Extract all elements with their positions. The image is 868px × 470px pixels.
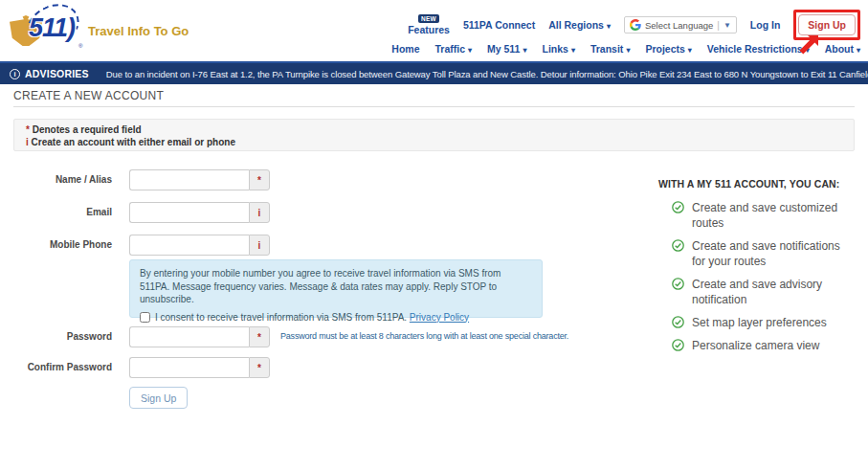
nav-about[interactable]: About▾ <box>825 43 860 55</box>
nav-my511[interactable]: My 511▾ <box>487 43 526 55</box>
chevron-down-icon: ▾ <box>688 46 692 55</box>
translate-dropdown-icon: ▼ <box>723 21 731 30</box>
confirm-password-field-group: * <box>129 357 270 378</box>
info-addon-icon: i <box>249 202 270 223</box>
site-tagline: Travel Info To Go <box>88 24 189 38</box>
check-circle-icon <box>672 339 684 351</box>
info-circle-icon: i <box>10 69 20 79</box>
consent-label: I consent to receive travel information … <box>155 311 469 325</box>
annotation-cursor-arrow-icon <box>794 34 820 60</box>
password-hint: Password must be at least 8 characters l… <box>280 331 568 341</box>
password-field-group: * <box>129 326 270 347</box>
nav-features[interactable]: NEW Features <box>408 14 450 35</box>
email-input[interactable] <box>129 202 249 223</box>
password-input[interactable] <box>129 326 249 347</box>
logo-text: 511) <box>29 13 75 43</box>
name-alias-input[interactable] <box>129 169 249 190</box>
form-notes-box: * Denotes a required field i Create an a… <box>13 119 855 151</box>
mobile-phone-input[interactable] <box>129 235 249 256</box>
email-field-group: i <box>129 202 270 223</box>
advisory-message: Due to an incident on I-76 East at 1.2, … <box>106 69 868 79</box>
check-circle-icon <box>672 239 684 252</box>
nav-features-label: Features <box>408 24 450 35</box>
list-item: Personalize camera view <box>672 338 857 353</box>
divider <box>13 106 855 107</box>
chevron-down-icon: ▾ <box>607 22 611 31</box>
site-header: 511) ® Travel Info To Go NEW Features 51… <box>0 0 868 59</box>
info-addon-icon: i <box>249 235 270 256</box>
privacy-policy-link[interactable]: Privacy Policy <box>410 312 469 323</box>
advisories-banner: i ADVISORIES Due to an incident on I-76 … <box>0 61 868 84</box>
email-label: Email <box>0 207 112 217</box>
list-item: Create and save customized routes <box>672 200 857 231</box>
divider: | <box>717 20 720 31</box>
password-label: Password <box>0 331 112 342</box>
google-translate-widget[interactable]: Select Language | ▼ <box>624 16 737 34</box>
required-addon-icon: * <box>249 169 270 190</box>
chevron-down-icon: ▾ <box>523 46 526 55</box>
required-addon-icon: * <box>249 326 270 347</box>
form-signup-button[interactable]: Sign Up <box>129 387 188 409</box>
translate-label: Select Language <box>645 20 713 31</box>
mobile-phone-field-group: i <box>129 235 270 256</box>
nav-transit[interactable]: Transit▾ <box>590 43 630 55</box>
page-title: CREATE A NEW ACCOUNT <box>13 89 164 102</box>
sms-notice-text: By entering your mobile number you agree… <box>140 267 532 306</box>
nav-projects[interactable]: Projects▾ <box>645 43 691 55</box>
name-alias-label: Name / Alias <box>0 174 112 185</box>
main-nav: Home Traffic▾ My 511▾ Links▾ Transit▾ Pr… <box>391 43 860 55</box>
list-item: Create and save notifications for your r… <box>672 238 857 269</box>
nav-home[interactable]: Home <box>391 43 419 55</box>
login-link[interactable]: Log In <box>750 19 781 31</box>
confirm-password-input[interactable] <box>129 357 249 378</box>
consent-row: I consent to receive travel information … <box>140 311 532 325</box>
advisories-label: ADVISORIES <box>25 68 89 79</box>
nav-links[interactable]: Links▾ <box>542 43 574 55</box>
region-selector[interactable]: All Regions▾ <box>548 19 611 31</box>
registered-mark: ® <box>78 43 82 49</box>
check-circle-icon <box>672 316 684 328</box>
google-g-icon <box>630 19 641 31</box>
benefits-list: Create and save customized routes Create… <box>658 200 857 353</box>
check-circle-icon <box>672 201 684 213</box>
chevron-down-icon: ▾ <box>571 46 575 55</box>
chevron-down-icon: ▾ <box>468 46 472 55</box>
signup-button[interactable]: Sign Up <box>798 14 856 35</box>
new-badge: NEW <box>418 14 439 23</box>
chevron-down-icon: ▾ <box>626 46 630 55</box>
account-benefits-panel: WITH A MY 511 ACCOUNT, YOU CAN: Create a… <box>658 178 857 361</box>
confirm-password-label: Confirm Password <box>0 362 112 372</box>
benefits-heading: WITH A MY 511 ACCOUNT, YOU CAN: <box>658 178 857 190</box>
sms-consent-checkbox[interactable] <box>140 312 150 323</box>
utility-nav: NEW Features 511PA Connect All Regions▾ … <box>408 10 860 40</box>
nav-511pa-connect[interactable]: 511PA Connect <box>463 19 535 31</box>
check-circle-icon <box>672 278 684 290</box>
chevron-down-icon: ▾ <box>857 46 860 55</box>
nav-traffic[interactable]: Traffic▾ <box>434 43 472 55</box>
mobile-phone-label: Mobile Phone <box>0 239 112 250</box>
sms-consent-box: By entering your mobile number you agree… <box>129 259 543 318</box>
site-logo-511[interactable]: 511) ® <box>10 5 86 55</box>
name-alias-field-group: * <box>129 169 270 190</box>
required-note: * Denotes a required field <box>26 123 842 136</box>
info-note: i Create an account with either email or… <box>26 136 842 148</box>
list-item: Create and save advisory notification <box>672 277 857 307</box>
list-item: Set map layer preferences <box>672 315 857 330</box>
required-addon-icon: * <box>249 357 270 378</box>
